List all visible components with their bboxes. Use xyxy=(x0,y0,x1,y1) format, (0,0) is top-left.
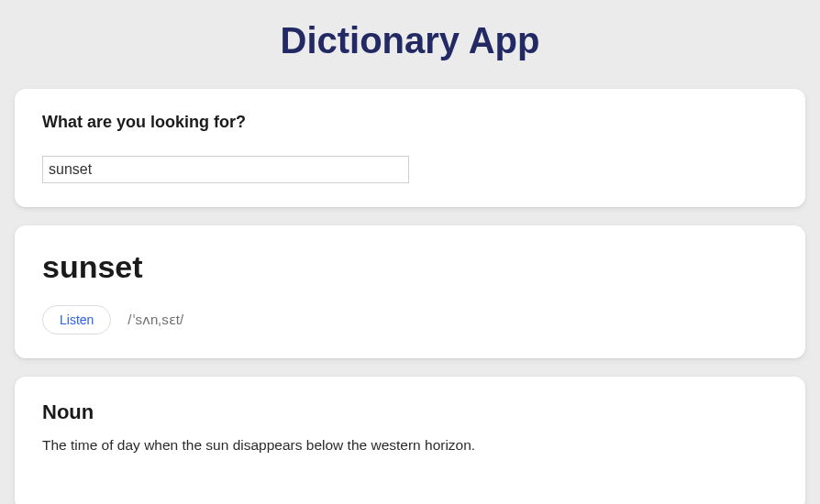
app-title: Dictionary App xyxy=(15,20,805,61)
listen-button[interactable]: Listen xyxy=(42,305,111,334)
part-of-speech-heading: Noun xyxy=(42,400,778,424)
search-card: What are you looking for? xyxy=(15,89,805,207)
phonetic-text: /ˈsʌnˌsɛt/ xyxy=(127,312,183,328)
definition-text: The time of day when the sun disappears … xyxy=(42,435,778,455)
search-label: What are you looking for? xyxy=(42,113,778,132)
definition-card: Noun The time of day when the sun disapp… xyxy=(15,377,805,504)
phonetics-row: Listen /ˈsʌnˌsɛt/ xyxy=(42,305,778,334)
search-input[interactable] xyxy=(42,156,409,183)
word-title: sunset xyxy=(42,249,778,285)
result-card: sunset Listen /ˈsʌnˌsɛt/ xyxy=(15,225,805,358)
